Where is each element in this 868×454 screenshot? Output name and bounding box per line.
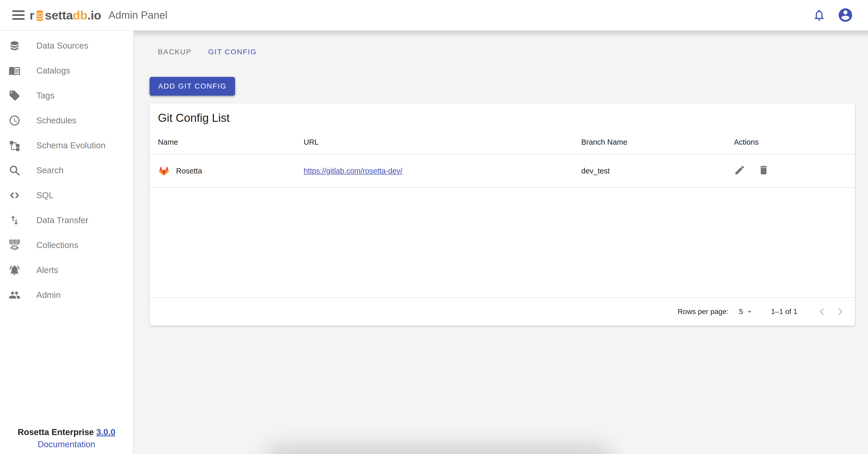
sidebar-item-admin[interactable]: Admin <box>0 282 133 307</box>
page-title: Admin Panel <box>108 9 167 21</box>
documentation-link[interactable]: Documentation <box>38 440 95 449</box>
branch-name: dev_test <box>573 154 726 187</box>
sidebar-item-label: Catalogs <box>36 66 70 75</box>
gitlab-icon <box>158 165 170 177</box>
add-git-config-button[interactable]: ADD GIT CONFIG <box>150 77 235 96</box>
schema-icon <box>8 139 21 152</box>
notifications-bell-icon[interactable] <box>812 8 826 22</box>
brand-text-io: .io <box>87 8 101 22</box>
column-header-branch: Branch Name <box>573 130 726 154</box>
sidebar-item-search[interactable]: Search <box>0 158 133 183</box>
brand-logo: r settadb.io <box>30 8 101 22</box>
sidebar: Data Sources Catalogs Tags Schedules <box>0 31 133 454</box>
pagination-bar: Rows per page: 5 1–1 of 1 <box>150 297 855 326</box>
book-icon <box>8 64 21 77</box>
pencil-icon <box>734 164 745 176</box>
rows-per-page-select[interactable]: 5 <box>739 307 754 316</box>
tab-bar: BACKUP GIT CONFIG <box>150 39 868 64</box>
topbar: r settadb.io Admin Panel <box>0 0 868 31</box>
alert-bell-icon <box>8 264 21 276</box>
sidebar-item-label: Data Sources <box>36 41 88 51</box>
chevron-right-icon <box>835 306 846 317</box>
git-config-card: Git Config List Name URL Branch Name Act… <box>150 103 855 326</box>
rows-per-page-label: Rows per page: <box>678 307 728 316</box>
brand-text-setta: setta <box>45 8 73 22</box>
tab-backup[interactable]: BACKUP <box>150 39 200 64</box>
sidebar-item-schema-evolution[interactable]: Schema Evolution <box>0 133 133 158</box>
sidebar-item-label: Data Transfer <box>36 215 88 225</box>
sidebar-item-label: Schema Evolution <box>36 141 105 150</box>
previous-page-button[interactable] <box>812 302 831 321</box>
sidebar-item-collections[interactable]: Collections <box>0 233 133 258</box>
sidebar-footer: Rosetta Enterprise 3.0.0 Documentation <box>0 426 133 450</box>
sidebar-item-label: Tags <box>36 91 55 100</box>
user-avatar-icon[interactable] <box>837 7 854 23</box>
dropdown-caret-icon <box>745 307 754 316</box>
tab-git-config[interactable]: GIT CONFIG <box>200 39 265 64</box>
database-icon <box>8 39 21 52</box>
collections-icon <box>8 239 21 251</box>
brand-text-db: db <box>73 8 87 22</box>
table-header-row: Name URL Branch Name Actions <box>150 130 855 154</box>
column-header-actions: Actions <box>726 130 855 154</box>
sidebar-item-data-transfer[interactable]: Data Transfer <box>0 208 133 233</box>
table-row: Rosetta https://gitlab.com/rosetta-dev/ … <box>150 154 855 187</box>
git-url-link[interactable]: https://gitlab.com/rosetta-dev/ <box>304 167 402 175</box>
column-header-url: URL <box>295 130 573 154</box>
tag-icon <box>8 89 21 102</box>
search-icon <box>8 164 21 177</box>
import-export-icon <box>8 214 21 226</box>
sidebar-item-sql[interactable]: SQL <box>0 183 133 208</box>
chevron-left-icon <box>816 306 827 317</box>
sidebar-item-label: Admin <box>36 290 61 300</box>
people-icon <box>8 289 21 301</box>
config-name: Rosetta <box>176 167 202 175</box>
brand-text-r: r <box>30 8 34 22</box>
sidebar-item-label: SQL <box>36 190 54 200</box>
git-config-table: Name URL Branch Name Actions <box>150 130 855 188</box>
trash-icon <box>758 164 769 176</box>
sidebar-item-catalogs[interactable]: Catalogs <box>0 58 133 83</box>
version-link[interactable]: 3.0.0 <box>96 427 115 437</box>
card-title: Git Config List <box>158 111 855 125</box>
appbar-shadow <box>134 31 868 38</box>
app-root: r settadb.io Admin Panel <box>0 0 868 454</box>
main-content: BACKUP GIT CONFIG ADD GIT CONFIG Git Con… <box>134 31 868 454</box>
clock-icon <box>8 114 21 127</box>
menu-icon[interactable] <box>12 10 26 20</box>
pagination-range-label: 1–1 of 1 <box>771 307 797 316</box>
next-page-button[interactable] <box>831 302 850 321</box>
sidebar-item-data-sources[interactable]: Data Sources <box>0 33 133 58</box>
sidebar-item-alerts[interactable]: Alerts <box>0 258 133 282</box>
sidebar-item-label: Schedules <box>36 116 76 125</box>
edit-button[interactable] <box>734 164 745 177</box>
db-coin-icon <box>35 9 44 22</box>
sidebar-item-label: Collections <box>36 240 78 250</box>
column-header-name: Name <box>150 130 295 154</box>
delete-button[interactable] <box>758 164 769 177</box>
sidebar-item-label: Alerts <box>36 265 58 275</box>
rows-per-page-value: 5 <box>739 307 743 316</box>
code-icon <box>8 189 21 202</box>
sidebar-item-schedules[interactable]: Schedules <box>0 108 133 133</box>
sidebar-item-label: Search <box>36 165 64 175</box>
product-name: Rosetta Enterprise <box>18 427 94 437</box>
sidebar-item-tags[interactable]: Tags <box>0 83 133 108</box>
